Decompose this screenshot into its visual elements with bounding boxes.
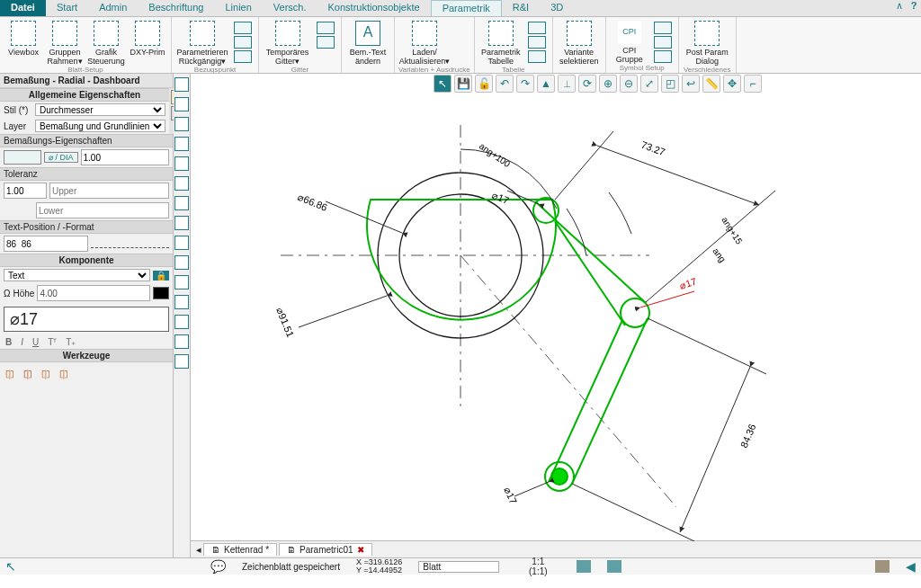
side-btn-13[interactable] — [174, 315, 189, 329]
menu-file[interactable]: Datei — [0, 0, 46, 16]
side-btn-6[interactable] — [174, 176, 189, 191]
doc-tab-kettenrad[interactable]: 🗎 Kettenrad * — [203, 543, 277, 556]
close-tab-icon[interactable]: ✖ — [357, 545, 364, 555]
dim-mode-1[interactable] — [4, 150, 41, 165]
ribbon-bemtext[interactable]: ABem.-Text ändern — [345, 19, 390, 72]
tool-3[interactable]: ⎅ — [41, 366, 50, 382]
menu-tab-3d[interactable]: 3D — [540, 0, 574, 16]
ribbon-mini-4[interactable] — [317, 22, 335, 34]
side-btn-11[interactable] — [174, 275, 189, 290]
ctb-zoomfit-icon[interactable]: ⤢ — [640, 75, 658, 93]
menu-tab-ri[interactable]: R&I — [502, 0, 540, 16]
drawing-canvas[interactable]: ⌀17 ⌀66.86 ⌀91.51 ⌀17 ⌀17 — [191, 94, 921, 540]
ribbon-mini-8[interactable] — [528, 50, 546, 63]
collapse-ribbon-icon[interactable]: ∧ — [892, 0, 907, 16]
ribbon-mini-7[interactable] — [528, 36, 546, 49]
sb-icon-2[interactable] — [607, 560, 621, 573]
side-btn-8[interactable] — [174, 216, 189, 230]
ctb-zoomwin-icon[interactable]: ◰ — [661, 75, 679, 93]
tool-2[interactable]: ⎅ — [23, 366, 32, 382]
tol-lower-input[interactable] — [36, 202, 169, 218]
ctb-rotate-icon[interactable]: ⟳ — [578, 75, 596, 93]
menu-tab-start[interactable]: Start — [46, 0, 88, 16]
height-input[interactable] — [37, 285, 150, 301]
menu-tab-konstr[interactable]: Konstruktionsobjekte — [317, 0, 431, 16]
ctb-zoomout-icon[interactable]: ⊖ — [620, 75, 638, 93]
sb-collapse-icon[interactable]: ◀ — [906, 559, 916, 574]
sb-chat-icon[interactable]: 💬 — [210, 559, 226, 574]
ribbon-mini-6[interactable] — [528, 22, 546, 34]
ctb-redo-icon[interactable]: ↷ — [516, 75, 534, 93]
ribbon-mini-5[interactable] — [317, 36, 335, 49]
ctb-save-icon[interactable]: 💾 — [454, 75, 472, 93]
ribbon-dxy-prim[interactable]: DXY-Prim — [128, 19, 167, 66]
fmt-italic[interactable]: I — [21, 337, 23, 347]
ribbon-variante[interactable]: Variante selektieren — [557, 19, 602, 72]
lock-icon[interactable]: 🔒 — [153, 271, 169, 281]
ribbon-mini-3[interactable] — [234, 50, 252, 63]
textpos-input[interactable] — [4, 236, 88, 252]
ribbon-viewbox[interactable]: Viewbox — [4, 19, 43, 66]
ribbon-pmtable[interactable]: Parametrik Tabelle — [478, 19, 523, 66]
ribbon-grafik-steuerung[interactable]: Grafik Steuerung — [86, 19, 126, 66]
ctb-ortho-icon[interactable]: ⌐ — [744, 75, 762, 93]
dia-badge[interactable]: ⌀ / DIA — [44, 152, 78, 163]
fmt-case2[interactable]: T₊ — [66, 337, 76, 347]
menu-tab-linien[interactable]: Linien — [214, 0, 262, 16]
menu-tab-versch[interactable]: Versch. — [263, 0, 317, 16]
tool-1[interactable]: ⎅ — [5, 366, 14, 382]
ribbon-mini-1[interactable] — [234, 22, 252, 34]
sb-icon-1[interactable] — [577, 560, 591, 573]
sb-icon-clipboard[interactable] — [875, 560, 890, 573]
menu-tab-admin[interactable]: Admin — [88, 0, 138, 16]
dim-scale-input[interactable] — [81, 149, 169, 165]
ctb-pointer-icon[interactable]: ↖ — [434, 75, 452, 93]
ribbon-parametrieren[interactable]: Parametrieren Rückgängig▾ — [175, 19, 229, 66]
menu-tab-parametrik[interactable]: Parametrik — [431, 0, 502, 16]
ctb-up-icon[interactable]: ▲ — [537, 75, 555, 93]
help-icon[interactable]: ? — [907, 0, 921, 16]
sb-cursor-icon[interactable]: ↖ — [5, 559, 16, 574]
ribbon-mini-2[interactable] — [234, 36, 252, 49]
ribbon-postparam[interactable]: Post Param Dialog — [683, 19, 732, 66]
fmt-bold[interactable]: B — [5, 337, 12, 347]
ctb-undo-icon[interactable]: ↶ — [496, 75, 514, 93]
ribbon-mini-11[interactable] — [654, 50, 672, 63]
dim-value-field[interactable]: ⌀17 — [4, 307, 169, 332]
ctb-pan-icon[interactable]: ✥ — [723, 75, 741, 93]
menu-tab-beschr[interactable]: Beschriftung — [138, 0, 214, 16]
ctb-zoomprev-icon[interactable]: ↩ — [682, 75, 700, 93]
fmt-case1[interactable]: Tᵀ — [48, 337, 57, 347]
fmt-underline[interactable]: U — [32, 337, 39, 347]
side-btn-1[interactable] — [174, 77, 189, 92]
ctb-perp-icon[interactable]: ⟂ — [558, 75, 576, 93]
layer-select[interactable]: Bemaßung und Grundlinien — [35, 120, 165, 132]
side-btn-14[interactable] — [174, 334, 189, 349]
doc-tab-parametric[interactable]: 🗎 Parametric01 ✖ — [279, 543, 371, 556]
ctb-lock-icon[interactable]: 🔓 — [475, 75, 493, 93]
tol-upper-input[interactable] — [49, 183, 169, 199]
side-btn-7[interactable] — [174, 196, 189, 210]
side-btn-12[interactable] — [174, 295, 189, 309]
side-btn-4[interactable] — [174, 137, 189, 151]
side-btn-9[interactable] — [174, 236, 189, 250]
ctb-measure-icon[interactable]: 📏 — [702, 75, 720, 93]
ribbon-mini-9[interactable] — [654, 22, 672, 34]
ribbon-laden[interactable]: Laden/ Aktualisieren▾ — [398, 19, 451, 66]
component-type-select[interactable]: Text — [4, 269, 150, 281]
doc-tab-nav-icon[interactable]: ◂ — [196, 544, 201, 556]
side-btn-3[interactable] — [174, 117, 189, 131]
side-btn-15[interactable] — [174, 354, 189, 369]
ribbon-gruppen-rahmen[interactable]: Gruppen Rahmen▾ — [45, 19, 85, 66]
tool-4[interactable]: ⎅ — [59, 366, 68, 382]
status-sheet[interactable]: Blatt — [418, 561, 499, 573]
color-swatch[interactable] — [153, 287, 169, 299]
ribbon-mini-10[interactable] — [654, 36, 672, 49]
side-btn-10[interactable] — [174, 255, 189, 270]
style-select[interactable]: Durchmesser — [35, 103, 165, 116]
side-btn-2[interactable] — [174, 97, 189, 111]
ribbon-cpi[interactable]: CPICPI Gruppe — [610, 19, 649, 64]
ribbon-temp-gitter[interactable]: Temporäres Gitter▾ — [263, 19, 312, 66]
side-btn-5[interactable] — [174, 156, 189, 171]
ctb-zoomin-icon[interactable]: ⊕ — [599, 75, 617, 93]
